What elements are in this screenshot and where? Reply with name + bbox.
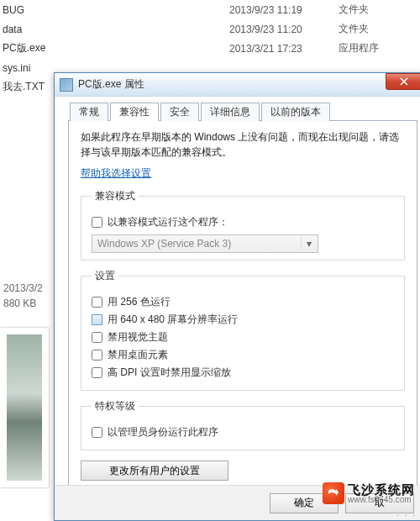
privilege-legend: 特权等级 (92, 399, 139, 413)
properties-dialog: PC版.exe 属性 常规 兼容性 安全 详细信息 以前的版本 如果此程序在早期… (54, 72, 420, 521)
intro-text: 如果此程序在早期版本的 Windows 上没有问题，而现在出现问题，请选择与该早… (81, 129, 405, 160)
compat-mode-group: 兼容模式 以兼容模式运行这个程序： Windows XP (Service Pa… (81, 189, 405, 260)
watermark-url: www.fs0745.com (348, 496, 415, 504)
file-type: 文件夹 (339, 3, 369, 17)
compat-mode-checkbox[interactable] (92, 217, 102, 228)
label-run-as-admin: 以管理员身份运行此程序 (108, 425, 218, 439)
settings-group: 设置 用 256 色运行 用 640 x 480 屏幕分辨率运行 禁用视觉主题 … (81, 269, 405, 391)
checkbox-640x480[interactable] (92, 314, 102, 325)
file-date: 2013/3/21 17:23 (229, 43, 339, 55)
file-row[interactable]: PC版.exe2013/3/21 17:23应用程序 (0, 39, 420, 58)
tab-details[interactable]: 详细信息 (201, 103, 260, 121)
tab-panel-compatibility: 如果此程序在早期版本的 Windows 上没有问题，而现在出现问题，请选择与该早… (68, 120, 417, 493)
checkbox-disable-visual-themes[interactable] (92, 332, 102, 343)
titlebar[interactable]: PC版.exe 属性 (55, 73, 420, 97)
preview-thumbnail (0, 328, 49, 487)
file-type: 应用程序 (339, 41, 379, 55)
watermark-logo-icon (323, 482, 344, 504)
close-icon (400, 77, 408, 86)
tab-previous-versions[interactable]: 以前的版本 (261, 103, 330, 121)
watermark-title: 飞沙系统网 (348, 483, 415, 496)
label-640x480: 用 640 x 480 屏幕分辨率运行 (108, 313, 238, 327)
help-link[interactable]: 帮助我选择设置 (81, 166, 151, 181)
file-date: 2013/9/23 11:20 (229, 24, 339, 35)
chevron-down-icon: ▾ (301, 237, 316, 250)
file-name: PC版.exe (3, 41, 229, 55)
tab-compatibility[interactable]: 兼容性 (110, 103, 159, 121)
app-icon (60, 78, 73, 92)
checkbox-disable-desktop-composition[interactable] (92, 350, 102, 360)
close-button[interactable] (386, 73, 420, 90)
details-panel: 2013/3/2 880 KB (0, 277, 46, 314)
compat-mode-label: 以兼容模式运行这个程序： (108, 215, 228, 229)
window-title: PC版.exe 属性 (78, 77, 386, 92)
watermark-dots: . . . (396, 508, 417, 518)
tabstrip: 常规 兼容性 安全 详细信息 以前的版本 (68, 102, 417, 120)
compat-mode-legend: 兼容模式 (92, 189, 139, 203)
checkbox-run-as-admin[interactable] (92, 427, 102, 438)
tab-general[interactable]: 常规 (70, 103, 108, 121)
checkbox-disable-dpi-scaling[interactable] (92, 367, 102, 378)
details-size: 880 KB (3, 296, 43, 311)
watermark: 飞沙系统网 www.fs0745.com (323, 482, 415, 504)
details-date: 2013/3/2 (3, 281, 43, 296)
settings-legend: 设置 (92, 269, 118, 283)
file-row[interactable]: data2013/9/23 11:20文件夹 (0, 19, 420, 39)
compat-mode-combo[interactable]: Windows XP (Service Pack 3) ▾ (92, 234, 318, 253)
file-name: BUG (3, 4, 229, 16)
file-name: data (3, 24, 229, 35)
tab-security[interactable]: 安全 (160, 103, 199, 121)
file-date: 2013/9/23 11:19 (229, 4, 339, 16)
file-type: 文件夹 (339, 22, 369, 36)
label-disable-dpi-scaling: 高 DPI 设置时禁用显示缩放 (108, 366, 231, 380)
compat-mode-value: Windows XP (Service Pack 3) (97, 238, 231, 250)
checkbox-256-color[interactable] (92, 297, 102, 308)
label-disable-desktop-composition: 禁用桌面元素 (108, 348, 168, 362)
label-256-color: 用 256 色运行 (108, 295, 171, 309)
privilege-group: 特权等级 以管理员身份运行此程序 (81, 399, 405, 450)
change-all-users-button[interactable]: 更改所有用户的设置 (81, 460, 228, 481)
file-row[interactable]: BUG2013/9/23 11:19文件夹 (0, 0, 420, 19)
label-disable-visual-themes: 禁用视觉主题 (108, 330, 168, 345)
